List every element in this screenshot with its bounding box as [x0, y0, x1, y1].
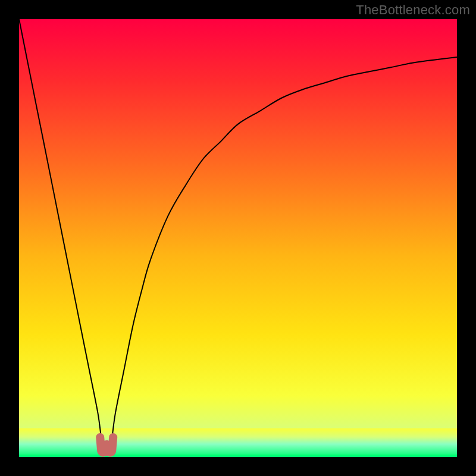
attribution-text: TheBottleneck.com — [356, 2, 470, 18]
heatmap-plot-area — [19, 19, 457, 457]
chart-svg — [19, 19, 457, 457]
heatmap-gradient-background — [19, 19, 457, 457]
svg-rect-0 — [19, 428, 457, 457]
svg-rect-1 — [19, 455, 457, 457]
green-band — [19, 428, 457, 457]
chart-container: TheBottleneck.com — [0, 0, 476, 476]
